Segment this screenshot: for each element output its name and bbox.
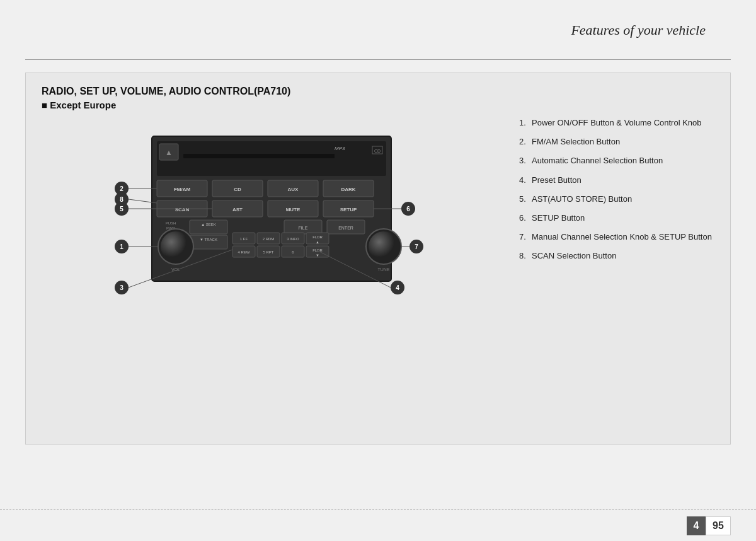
page-header: Features of your vehicle — [0, 0, 756, 60]
svg-text:▼ TRACK: ▼ TRACK — [200, 238, 217, 241]
svg-text:▲: ▲ — [165, 148, 173, 157]
svg-text:TUNE: TUNE — [377, 267, 389, 272]
svg-text:ENTER: ENTER — [338, 226, 353, 230]
svg-text:4: 4 — [396, 284, 399, 291]
section-subtitle: Except Europe — [42, 100, 714, 110]
feature-text-5: AST(AUTO STORE) Button — [532, 194, 714, 205]
feature-text-6: SETUP Button — [532, 212, 714, 224]
feature-text-1: Power ON/OFF Button & Volume Control Kno… — [532, 117, 714, 129]
svg-text:2: 2 — [120, 185, 123, 192]
svg-text:MP3: MP3 — [335, 146, 345, 151]
svg-text:VOL: VOL — [171, 267, 180, 272]
svg-text:▼: ▼ — [316, 253, 319, 257]
page-title: Features of your vehicle — [571, 22, 706, 38]
feature-num-7: 7. — [519, 231, 532, 243]
svg-text:AST: AST — [232, 207, 243, 212]
page-footer: 4 95 — [0, 509, 756, 541]
feature-item-4: 4. Preset Button — [519, 175, 714, 186]
main-content: RADIO, SET UP, VOLUME, AUDIO CONTROL(PA7… — [0, 60, 756, 509]
feature-text-4: Preset Button — [532, 175, 714, 186]
svg-point-57 — [369, 231, 399, 262]
svg-text:MUTE: MUTE — [286, 207, 301, 212]
svg-text:FM/AM: FM/AM — [174, 187, 191, 192]
feature-text-2: FM/AM Selection Button — [532, 136, 714, 148]
svg-text:5 RPT: 5 RPT — [263, 250, 273, 254]
feature-num-6: 6. — [519, 212, 532, 224]
feature-num-2: 2. — [519, 136, 532, 148]
page-numbers: 4 95 — [687, 516, 731, 535]
page-number-left: 4 — [687, 516, 706, 535]
svg-text:CD: CD — [374, 149, 381, 153]
svg-text:AUX: AUX — [288, 187, 299, 192]
svg-text:5: 5 — [120, 206, 123, 212]
feature-item-8: 8. SCAN Selection Button — [519, 250, 714, 262]
svg-text:FLDR: FLDR — [312, 235, 323, 239]
svg-text:PUSH: PUSH — [166, 221, 176, 225]
feature-item-3: 3. Automatic Channel Selection Button — [519, 155, 714, 166]
features-list: 1. Power ON/OFF Button & Volume Control … — [519, 117, 714, 270]
svg-text:2 RDM: 2 RDM — [263, 237, 275, 241]
feature-num-8: 8. — [519, 250, 532, 262]
svg-text:SETUP: SETUP — [340, 207, 357, 212]
feature-num-4: 4. — [519, 175, 532, 186]
radio-diagram: ▲ MP3 CD FM/AM CD AUX DARK — [89, 117, 442, 332]
feature-num-1: 1. — [519, 117, 532, 129]
svg-text:▲: ▲ — [316, 240, 319, 244]
svg-text:FLDR: FLDR — [312, 248, 323, 252]
feature-item-2: 2. FM/AM Selection Button — [519, 136, 714, 148]
feature-num-5: 5. — [519, 194, 532, 205]
svg-text:7: 7 — [415, 243, 418, 250]
svg-text:DARK: DARK — [341, 187, 355, 192]
svg-text:▲ SEEK: ▲ SEEK — [201, 223, 216, 226]
feature-item-1: 1. Power ON/OFF Button & Volume Control … — [519, 117, 714, 129]
svg-text:1: 1 — [120, 243, 123, 250]
svg-text:CD: CD — [234, 187, 241, 192]
section-main-title: RADIO, SET UP, VOLUME, AUDIO CONTROL(PA7… — [42, 86, 714, 97]
feature-num-3: 3. — [519, 155, 532, 166]
page-number-right: 95 — [706, 516, 731, 535]
svg-rect-2 — [157, 141, 386, 176]
feature-text-8: SCAN Selection Button — [532, 250, 714, 262]
svg-text:3 INFO: 3 INFO — [287, 237, 299, 241]
svg-text:SCAN: SCAN — [175, 207, 190, 212]
svg-text:8: 8 — [120, 196, 123, 203]
svg-text:1 FF: 1 FF — [240, 237, 248, 241]
svg-text:4 REW: 4 REW — [238, 250, 249, 254]
feature-item-7: 7. Manual Channel Selection Knob & SETUP… — [519, 231, 714, 243]
feature-text-7: Manual Channel Selection Knob & SETUP Bu… — [532, 231, 714, 243]
radio-image-area: ▲ MP3 CD FM/AM CD AUX DARK — [89, 117, 442, 332]
feature-item-5: 5. AST(AUTO STORE) Button — [519, 194, 714, 205]
svg-rect-3 — [183, 154, 335, 158]
content-box: RADIO, SET UP, VOLUME, AUDIO CONTROL(PA7… — [25, 73, 731, 445]
svg-point-54 — [161, 231, 191, 262]
feature-item-6: 6. SETUP Button — [519, 212, 714, 224]
feature-text-3: Automatic Channel Selection Button — [532, 155, 714, 166]
svg-text:FILE: FILE — [299, 226, 308, 230]
svg-text:3: 3 — [120, 284, 123, 291]
svg-text:6: 6 — [406, 206, 410, 212]
